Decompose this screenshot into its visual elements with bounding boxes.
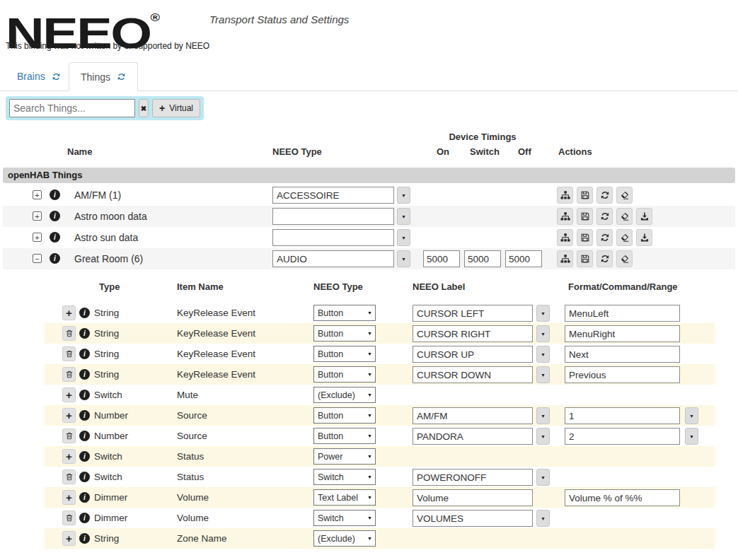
add-channel-button[interactable]: + xyxy=(62,449,76,464)
neeo-type-dropdown-button[interactable]: ▼ xyxy=(397,208,410,225)
label-dropdown-button[interactable]: ▼ xyxy=(536,305,550,322)
info-icon[interactable]: i xyxy=(79,390,90,400)
neeo-type-select[interactable]: Text Label▼ xyxy=(313,489,376,506)
neeo-type-select[interactable]: Power▼ xyxy=(313,448,376,465)
info-icon[interactable]: i xyxy=(79,308,90,318)
info-icon[interactable]: i xyxy=(79,533,90,544)
neeo-type-select[interactable]: Button▼ xyxy=(313,366,376,383)
save-button[interactable] xyxy=(577,208,593,225)
add-channel-button[interactable]: + xyxy=(62,408,76,423)
format-input[interactable] xyxy=(565,325,680,342)
info-icon[interactable]: i xyxy=(79,349,90,359)
info-icon[interactable]: i xyxy=(79,328,90,339)
neeo-type-select[interactable]: Button▼ xyxy=(313,325,376,342)
format-input[interactable] xyxy=(565,366,680,383)
add-channel-button[interactable]: + xyxy=(62,531,76,546)
refresh-button[interactable] xyxy=(596,250,613,267)
info-icon[interactable]: i xyxy=(79,492,90,503)
neeo-type-dropdown-button[interactable]: ▼ xyxy=(397,229,410,246)
info-icon[interactable]: i xyxy=(50,189,60,200)
format-input[interactable] xyxy=(565,305,680,322)
add-channel-button[interactable]: + xyxy=(62,490,76,505)
neeo-type-input[interactable] xyxy=(272,187,394,204)
neeo-type-select[interactable]: (Exclude)▼ xyxy=(313,530,376,547)
refresh-button[interactable] xyxy=(596,187,613,204)
sitemap-button[interactable] xyxy=(557,208,573,225)
neeo-type-select[interactable]: Button▼ xyxy=(313,346,376,362)
sitemap-button[interactable] xyxy=(557,229,573,246)
refresh-button[interactable] xyxy=(596,229,613,246)
neeo-type-select[interactable]: Button▼ xyxy=(313,305,376,321)
label-dropdown-button[interactable]: ▼ xyxy=(536,510,550,527)
expand-toggle[interactable]: + xyxy=(33,211,42,221)
eraser-button[interactable] xyxy=(616,208,633,225)
neeo-label-input[interactable] xyxy=(413,366,533,383)
sitemap-button[interactable] xyxy=(557,250,573,267)
neeo-type-select[interactable]: Button▼ xyxy=(313,428,376,444)
delete-channel-button[interactable] xyxy=(62,469,76,484)
sitemap-button[interactable] xyxy=(557,187,573,204)
info-icon[interactable]: i xyxy=(79,369,90,380)
eraser-button[interactable] xyxy=(616,229,633,246)
timing-on-input[interactable] xyxy=(423,250,460,267)
refresh-icon[interactable] xyxy=(52,72,61,81)
add-channel-button[interactable]: + xyxy=(62,387,76,402)
neeo-type-input[interactable] xyxy=(272,208,394,225)
info-icon[interactable]: i xyxy=(50,211,60,221)
collapse-toggle[interactable]: − xyxy=(33,254,42,263)
neeo-label-input[interactable] xyxy=(413,428,533,445)
label-dropdown-button[interactable]: ▼ xyxy=(536,325,550,342)
label-dropdown-button[interactable]: ▼ xyxy=(536,469,550,486)
delete-channel-button[interactable] xyxy=(62,511,76,525)
timing-switch-input[interactable] xyxy=(464,250,501,267)
download-button[interactable] xyxy=(636,208,652,225)
save-button[interactable] xyxy=(577,250,593,267)
save-button[interactable] xyxy=(577,187,593,204)
eraser-button[interactable] xyxy=(616,187,633,204)
neeo-type-input[interactable] xyxy=(272,229,394,246)
format-input[interactable] xyxy=(565,407,680,424)
add-virtual-button[interactable]: + Virtual xyxy=(152,99,200,117)
eraser-button[interactable] xyxy=(616,250,633,267)
neeo-type-select[interactable]: Switch▼ xyxy=(313,469,376,485)
label-dropdown-button[interactable]: ▼ xyxy=(536,366,550,383)
neeo-type-select[interactable]: (Exclude)▼ xyxy=(313,387,376,403)
search-input[interactable] xyxy=(9,99,135,117)
delete-channel-button[interactable] xyxy=(62,346,76,361)
save-button[interactable] xyxy=(577,229,593,246)
format-input[interactable] xyxy=(565,428,680,445)
format-input[interactable] xyxy=(565,489,680,506)
refresh-icon[interactable] xyxy=(117,72,126,81)
delete-channel-button[interactable] xyxy=(62,326,76,341)
timing-off-input[interactable] xyxy=(505,250,542,267)
info-icon[interactable]: i xyxy=(79,410,90,421)
tab-brains[interactable]: Brains xyxy=(6,62,72,91)
neeo-label-input[interactable] xyxy=(413,407,533,424)
delete-channel-button[interactable] xyxy=(62,367,76,382)
info-icon[interactable]: i xyxy=(79,472,90,482)
neeo-type-dropdown-button[interactable]: ▼ xyxy=(397,187,410,204)
info-icon[interactable]: i xyxy=(79,513,90,523)
neeo-label-input[interactable] xyxy=(413,305,533,322)
neeo-type-select[interactable]: Switch▼ xyxy=(313,510,376,526)
neeo-label-input[interactable] xyxy=(413,325,533,342)
delete-channel-button[interactable] xyxy=(62,428,76,443)
neeo-type-select[interactable]: Button▼ xyxy=(313,407,376,424)
neeo-label-input[interactable] xyxy=(413,489,533,506)
label-dropdown-button[interactable]: ▼ xyxy=(536,428,550,445)
add-channel-button[interactable]: + xyxy=(62,305,76,320)
expand-toggle[interactable]: + xyxy=(33,233,42,242)
tab-things[interactable]: Things xyxy=(69,62,138,91)
neeo-type-input[interactable] xyxy=(272,250,394,267)
neeo-label-input[interactable] xyxy=(413,469,533,486)
neeo-type-dropdown-button[interactable]: ▼ xyxy=(397,250,410,267)
format-dropdown-button[interactable]: ▼ xyxy=(685,428,698,445)
label-dropdown-button[interactable]: ▼ xyxy=(536,346,550,363)
neeo-label-input[interactable] xyxy=(413,346,533,363)
clear-search-button[interactable]: ✖ xyxy=(139,99,149,117)
format-input[interactable] xyxy=(565,346,680,363)
info-icon[interactable]: i xyxy=(50,253,60,264)
format-dropdown-button[interactable]: ▼ xyxy=(685,407,698,424)
refresh-button[interactable] xyxy=(596,208,613,225)
info-icon[interactable]: i xyxy=(50,232,60,243)
